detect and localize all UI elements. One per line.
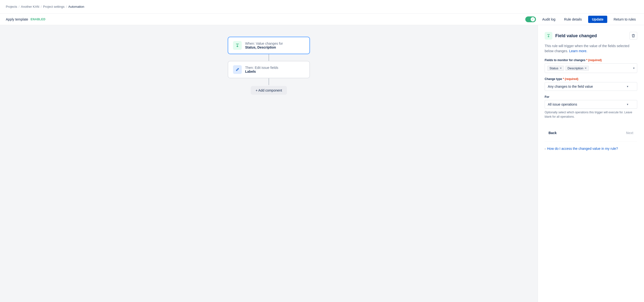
update-button[interactable]: Update [588,16,607,23]
action-node[interactable]: Then: Edit issue fields Labels [228,61,310,78]
panel-header: Field value changed [545,32,637,40]
canvas: When: Value changes for Status, Descript… [0,25,538,302]
for-value: All issue operations [548,102,577,106]
rule-details-button[interactable]: Rule details [562,16,584,23]
for-arrow-icon: ▾ [627,103,628,106]
fields-monitor-select[interactable]: Status ✕ Description ✕ ▾ [545,63,637,73]
learn-more-link[interactable]: Learn more. [569,49,587,53]
change-type-group: Change type * (required) Any changes to … [545,77,637,91]
description-tag-remove[interactable]: ✕ [584,67,587,70]
change-type-arrow-icon: ▾ [627,85,628,88]
description-tag: Description ✕ [566,66,589,71]
fields-monitor-label: Fields to monitor for changes * (require… [545,58,637,62]
audit-log-button[interactable]: Audit log [540,16,558,23]
change-type-label: Change type * (required) [545,77,637,81]
action-node-title: Then: Edit issue fields [245,66,278,70]
for-select[interactable]: All issue operations ▾ [545,100,637,109]
for-label: For [545,95,637,99]
for-hint: Optionally select which operations this … [545,110,637,119]
next-button: Next [622,129,637,137]
faq-item[interactable]: › How do I access the changed value in m… [545,147,637,151]
workflow: When: Value changes for Status, Descript… [196,37,341,95]
action-node-subtitle: Labels [245,70,278,73]
toggle-track[interactable]: ✓ [525,16,536,22]
fields-monitor-group: Fields to monitor for changes * (require… [545,58,637,73]
return-to-rules-button[interactable]: Return to rules [611,16,638,23]
panel-delete-button[interactable] [630,32,637,40]
side-panel: Field value changed This rule will trigg… [538,25,644,302]
action-bar: Apply template ENABLED ✓ Audit log Rule … [0,13,644,25]
add-component-button[interactable]: + Add component [251,86,287,95]
enabled-toggle[interactable]: ✓ [525,16,536,22]
change-type-select[interactable]: Any changes to the field value ▾ [545,82,637,91]
page: Projects / Another KAN / Project setting… [0,0,644,302]
trigger-node-text: When: Value changes for Status, Descript… [245,41,283,49]
apply-template-section: Apply template ENABLED [6,17,46,21]
breadcrumb: Projects / Another KAN / Project setting… [6,5,84,8]
trigger-node[interactable]: When: Value changes for Status, Descript… [228,37,310,54]
breadcrumb-automation: Automation [68,5,84,8]
enabled-badge: ENABLED [31,18,46,21]
connector-1 [268,54,269,61]
change-type-value: Any changes to the field value [548,85,593,88]
content-area: When: Value changes for Status, Descript… [0,25,644,302]
panel-header-left: Field value changed [545,32,597,40]
faq-chevron-icon: › [545,147,546,151]
connector-2 [268,78,269,85]
topbar: Projects / Another KAN / Project setting… [0,0,644,13]
change-type-required-marker: * (required) [563,77,578,81]
for-group: For All issue operations ▾ Optionally se… [545,95,637,119]
trigger-node-subtitle: Status, Description [245,45,283,49]
status-tag-remove[interactable]: ✕ [560,67,562,70]
fields-required-marker: * (required) [586,58,602,62]
action-node-icon [233,65,242,74]
breadcrumb-project-settings[interactable]: Project settings [43,5,64,8]
faq-label: How do I access the changed value in my … [547,147,618,151]
breadcrumb-sep-3: / [66,5,67,8]
svg-rect-1 [547,34,550,35]
breadcrumb-sep-2: / [40,5,42,8]
toggle-check-icon: ✓ [532,18,534,20]
back-button[interactable]: Back [545,129,560,137]
fields-select-arrow: ▾ [633,66,634,70]
panel-faq: › How do I access the changed value in m… [545,142,637,151]
svg-rect-0 [236,44,239,44]
breadcrumb-sep-1: / [18,5,20,8]
breadcrumb-another-kan[interactable]: Another KAN [21,5,40,8]
panel-title: Field value changed [555,33,597,38]
breadcrumb-projects[interactable]: Projects [6,5,17,8]
panel-footer: Back Next [545,129,637,137]
panel-description: This rule will trigger when the value of… [545,43,637,54]
status-tag: Status ✕ [547,66,564,71]
panel-icon [545,32,552,40]
topbar-actions: ✓ Audit log Rule details Update Return t… [525,16,638,23]
trigger-node-icon [233,41,242,50]
apply-template-label: Apply template [6,17,28,21]
toggle-thumb: ✓ [530,17,535,21]
trigger-node-title: When: Value changes for [245,41,283,45]
action-node-text: Then: Edit issue fields Labels [245,66,278,73]
